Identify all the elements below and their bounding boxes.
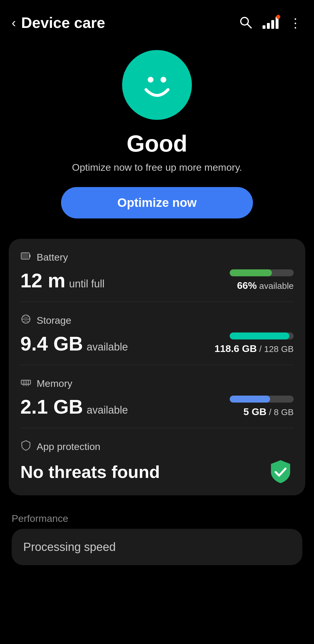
smiley-svg xyxy=(134,62,180,108)
storage-progress-track xyxy=(230,332,294,339)
status-icon xyxy=(122,50,192,120)
memory-progress-fill xyxy=(230,396,270,403)
svg-line-1 xyxy=(247,24,251,28)
memory-value: 2.1 GB available xyxy=(20,397,128,417)
stats-card: Battery 12 m until full 66% available xyxy=(9,239,305,495)
top-bar-left: ‹ Device care xyxy=(12,14,105,31)
signal-dot xyxy=(276,15,280,19)
storage-progress-fill xyxy=(230,332,289,339)
app-protection-body: No threats found xyxy=(20,459,294,485)
battery-progress-fill xyxy=(230,269,272,276)
app-protection-label: App protection xyxy=(37,441,100,452)
memory-row: Memory 2.1 GB available 5 GB / 8 GB xyxy=(20,365,294,428)
storage-stat-right: 118.6 GB / 128 GB xyxy=(215,332,294,354)
battery-label: Battery xyxy=(37,252,68,263)
storage-label: Storage xyxy=(37,315,71,326)
hero-subtitle: Optimize now to free up more memory. xyxy=(72,162,242,173)
storage-detail: 118.6 GB / 128 GB xyxy=(215,343,294,354)
battery-icon xyxy=(20,250,31,264)
processing-row: Processing speed xyxy=(12,529,302,565)
top-bar: ‹ Device care ⋮ xyxy=(0,0,314,38)
app-protection-icon xyxy=(20,440,31,453)
battery-value: 12 m until full xyxy=(20,271,105,290)
storage-icon xyxy=(20,314,31,327)
app-protection-row: App protection No threats found xyxy=(20,428,294,495)
hero-section: Good Optimize now to free up more memory… xyxy=(0,38,314,233)
storage-row: Storage 9.4 GB available 118.6 GB / 128 … xyxy=(20,302,294,365)
hero-status: Good xyxy=(127,130,188,157)
svg-point-3 xyxy=(160,77,166,83)
memory-label: Memory xyxy=(37,378,72,389)
battery-detail: 66% available xyxy=(237,280,294,291)
battery-row: Battery 12 m until full 66% available xyxy=(20,239,294,302)
storage-value: 9.4 GB available xyxy=(20,334,128,353)
signal-icon xyxy=(263,17,279,29)
memory-progress-track xyxy=(230,396,294,403)
page-title: Device care xyxy=(21,14,105,31)
shield-check-icon xyxy=(267,459,294,485)
optimize-now-button[interactable]: Optimize now xyxy=(61,187,253,218)
memory-detail: 5 GB / 8 GB xyxy=(243,406,294,417)
performance-label: Performance xyxy=(12,513,302,524)
battery-stat-right: 66% available xyxy=(230,269,294,291)
svg-rect-6 xyxy=(22,253,28,259)
performance-section: Performance Processing speed xyxy=(0,501,314,571)
battery-progress-track xyxy=(230,269,294,276)
top-bar-right: ⋮ xyxy=(239,15,302,30)
back-icon[interactable]: ‹ xyxy=(12,16,16,29)
svg-rect-9 xyxy=(21,380,31,384)
no-threats-text: No threats found xyxy=(20,462,160,482)
memory-stat-right: 5 GB / 8 GB xyxy=(230,396,294,417)
svg-point-2 xyxy=(148,77,154,83)
processing-speed-label: Processing speed xyxy=(23,540,116,554)
svg-rect-5 xyxy=(29,255,31,257)
memory-icon xyxy=(20,377,31,390)
search-icon[interactable] xyxy=(239,15,252,30)
more-icon[interactable]: ⋮ xyxy=(289,15,302,30)
